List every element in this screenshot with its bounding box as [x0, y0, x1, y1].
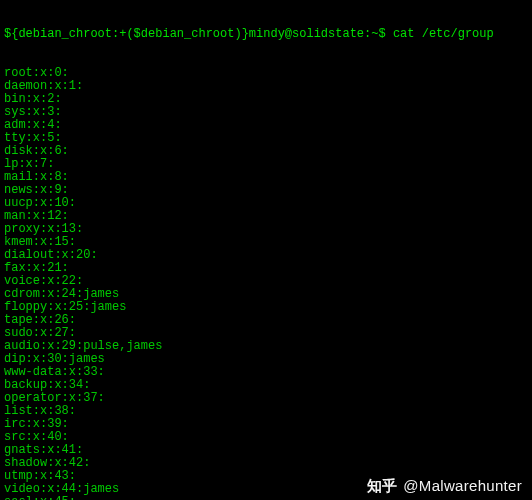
group-line: tty:x:5: [4, 132, 528, 145]
group-file-contents: root:x:0:daemon:x:1:bin:x:2:sys:x:3:adm:… [4, 67, 528, 500]
prompt-command: cat /etc/group [393, 27, 494, 41]
group-line: tape:x:26: [4, 314, 528, 327]
terminal-output[interactable]: ${debian_chroot:+($debian_chroot)}mindy@… [0, 0, 532, 500]
group-line: operator:x:37: [4, 392, 528, 405]
group-line: irc:x:39: [4, 418, 528, 431]
group-line: proxy:x:13: [4, 223, 528, 236]
watermark: 知乎 @Malwarehunter [367, 479, 522, 492]
group-line: mail:x:8: [4, 171, 528, 184]
group-line: sys:x:3: [4, 106, 528, 119]
group-line: uucp:x:10: [4, 197, 528, 210]
prompt-chroot: ${debian_chroot:+($debian_chroot)} [4, 27, 249, 41]
prompt-user-host: mindy@solidstate:~$ [249, 27, 386, 41]
group-line: news:x:9: [4, 184, 528, 197]
zhihu-logo-text: 知乎 [367, 479, 398, 492]
group-line: daemon:x:1: [4, 80, 528, 93]
watermark-handle: @Malwarehunter [403, 479, 522, 492]
group-line: shadow:x:42: [4, 457, 528, 470]
group-line: lp:x:7: [4, 158, 528, 171]
group-line: adm:x:4: [4, 119, 528, 132]
group-line: dialout:x:20: [4, 249, 528, 262]
group-line: list:x:38: [4, 405, 528, 418]
shell-prompt-line: ${debian_chroot:+($debian_chroot)}mindy@… [4, 28, 528, 41]
group-line: floppy:x:25:james [4, 301, 528, 314]
group-line: disk:x:6: [4, 145, 528, 158]
group-line: bin:x:2: [4, 93, 528, 106]
group-line: sasl:x:45: [4, 496, 528, 500]
